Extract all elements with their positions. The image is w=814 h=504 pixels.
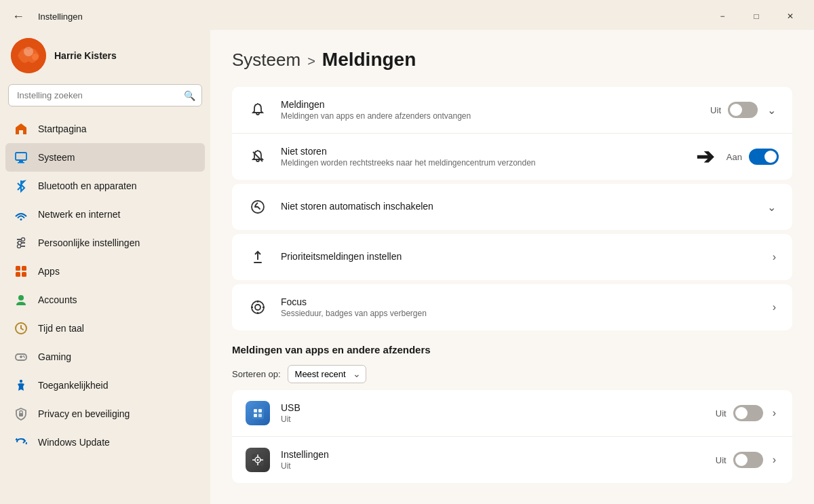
bell-icon <box>246 98 270 122</box>
settings-card-prioriteit: Prioriteitsmeldingen instellen › <box>232 234 792 280</box>
meldingen-desc: Meldingen van apps en andere afzenders o… <box>281 111 710 121</box>
time-icon <box>14 321 28 336</box>
sidebar-item-label: Gaming <box>38 351 197 362</box>
breadcrumb-separator: > <box>307 54 315 69</box>
maximize-button[interactable]: □ <box>741 5 772 27</box>
svg-rect-4 <box>19 161 23 162</box>
meldingen-toggle[interactable] <box>728 102 758 118</box>
sidebar-item-label: Privacy en beveiliging <box>38 408 197 419</box>
focus-desc: Sessieduur, badges van apps verbergen <box>281 309 770 318</box>
sidebar-item-tijd[interactable]: Tijd en taal <box>5 314 205 343</box>
sidebar-item-gaming[interactable]: Gaming <box>5 343 205 371</box>
svg-point-2 <box>32 54 39 60</box>
usb-next[interactable]: › <box>770 404 779 422</box>
setting-prioriteit[interactable]: Prioriteitsmeldingen instellen › <box>232 234 792 280</box>
settings-card-main: Meldingen Meldingen van apps en andere a… <box>232 87 792 180</box>
meldingen-expand[interactable]: ⌄ <box>764 101 779 119</box>
svg-rect-15 <box>16 272 20 277</box>
sort-row: Sorteren op: Meest recent Naam Status <box>232 365 792 383</box>
usb-app-icon <box>246 401 270 425</box>
settings-card-focus: Focus Sessieduur, badges van apps verber… <box>232 284 792 330</box>
svg-point-1 <box>24 47 33 56</box>
apps-section-heading: Meldingen van apps en andere afzenders <box>232 344 792 355</box>
niet-storen-toggle[interactable] <box>749 149 779 165</box>
minimize-button[interactable]: − <box>707 5 738 27</box>
sidebar: Harrie Kisters 🔍 Startpagina Systeem <box>0 30 210 504</box>
focus-text: Focus Sessieduur, badges van apps verber… <box>281 296 770 318</box>
usb-title: USB <box>281 402 716 413</box>
back-button[interactable]: ← <box>8 8 28 25</box>
titlebar-left: ← Instellingen <box>8 8 83 25</box>
sidebar-item-label: Apps <box>38 266 197 277</box>
bluetooth-icon <box>14 178 28 193</box>
usb-state: Uit <box>716 408 726 419</box>
sidebar-item-apps[interactable]: Apps <box>5 257 205 286</box>
sort-wrapper[interactable]: Meest recent Naam Status <box>288 365 366 383</box>
svg-point-24 <box>23 355 24 357</box>
setting-niet-storen-auto[interactable]: Niet storen automatisch inschakelen ⌄ <box>232 184 792 230</box>
user-section: Harrie Kisters <box>5 30 205 84</box>
instellingen-state: Uit <box>716 455 726 465</box>
focus-controls: › <box>770 298 779 316</box>
sort-label: Sorteren op: <box>232 369 281 379</box>
svg-rect-14 <box>22 266 26 271</box>
search-icon: 🔍 <box>184 90 195 101</box>
svg-point-25 <box>24 357 25 358</box>
focus-next[interactable]: › <box>770 298 779 316</box>
sidebar-item-bluetooth[interactable]: Bluetooth en apparaten <box>5 172 205 200</box>
prioriteit-controls: › <box>770 248 779 266</box>
sidebar-nav: Startpagina Systeem Bluetooth en apparat… <box>5 115 205 457</box>
window-controls: − □ ✕ <box>707 5 806 27</box>
niet-storen-state: Aan <box>726 152 742 162</box>
meldingen-text: Meldingen Meldingen van apps en andere a… <box>281 99 710 121</box>
sidebar-item-startpagina[interactable]: Startpagina <box>5 115 205 143</box>
apps-notifications-card: USB Uit Uit › Instellingen U <box>232 390 792 483</box>
svg-point-47 <box>257 459 259 461</box>
sidebar-item-update[interactable]: Windows Update <box>5 428 205 457</box>
niet-storen-title: Niet storen <box>281 146 696 157</box>
auto-expand[interactable]: ⌄ <box>764 198 779 216</box>
svg-rect-27 <box>19 413 23 416</box>
svg-rect-44 <box>258 414 262 417</box>
search-box[interactable]: 🔍 <box>8 84 202 106</box>
sort-select[interactable]: Meest recent Naam Status <box>288 365 366 383</box>
meldingen-state: Uit <box>710 105 721 115</box>
focus-icon <box>246 295 270 319</box>
sidebar-item-label: Netwerk en internet <box>38 209 197 220</box>
settings-card-auto: Niet storen automatisch inschakelen ⌄ <box>232 184 792 230</box>
sidebar-item-toegankelijkheid[interactable]: Toegankelijkheid <box>5 371 205 400</box>
content-area: Systeem > Meldingen Meldingen Meldingen … <box>210 30 814 504</box>
sidebar-item-accounts[interactable]: Accounts <box>5 286 205 314</box>
svg-rect-40 <box>252 407 264 419</box>
instellingen-text: Instellingen Uit <box>281 449 716 471</box>
sidebar-item-netwerk[interactable]: Netwerk en internet <box>5 200 205 229</box>
sidebar-item-privacy[interactable]: Privacy en beveiliging <box>5 400 205 428</box>
instellingen-sub: Uit <box>281 461 716 471</box>
sidebar-item-label: Systeem <box>38 152 197 163</box>
instellingen-toggle[interactable] <box>733 452 763 468</box>
privacy-icon <box>14 406 28 421</box>
prioriteit-text: Prioriteitsmeldingen instellen <box>281 251 770 263</box>
app-row-usb: USB Uit Uit › <box>232 390 792 437</box>
prioriteit-next[interactable]: › <box>770 248 779 266</box>
arrow-annotation: ➔ <box>696 146 714 168</box>
instellingen-next[interactable]: › <box>770 451 779 469</box>
sidebar-item-label: Windows Update <box>38 437 197 448</box>
search-input[interactable] <box>8 84 202 106</box>
svg-rect-5 <box>18 162 24 163</box>
usb-toggle[interactable] <box>733 405 763 421</box>
svg-line-31 <box>258 207 260 209</box>
auto-controls: ⌄ <box>764 198 779 216</box>
sidebar-item-personalisatie[interactable]: Persoonlijke instellingen <box>5 229 205 257</box>
toggle-knob <box>764 151 777 163</box>
meldingen-title: Meldingen <box>281 99 710 110</box>
usb-controls: Uit › <box>716 404 779 422</box>
close-button[interactable]: ✕ <box>775 5 806 27</box>
main-layout: Harrie Kisters 🔍 Startpagina Systeem <box>0 30 814 504</box>
meldingen-controls: Uit ⌄ <box>710 101 779 119</box>
sidebar-item-label: Accounts <box>38 294 197 305</box>
sidebar-item-systeem[interactable]: Systeem <box>5 143 205 172</box>
setting-focus[interactable]: Focus Sessieduur, badges van apps verber… <box>232 284 792 330</box>
gaming-icon <box>14 349 28 364</box>
svg-point-10 <box>22 238 25 241</box>
